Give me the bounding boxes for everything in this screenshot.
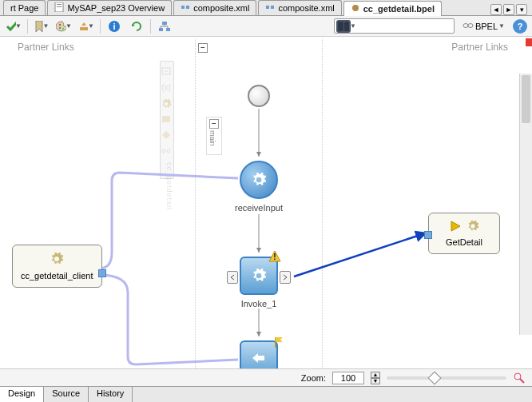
flag-icon [273, 336, 286, 348]
link-icon[interactable] [161, 146, 173, 157]
partner-link-client[interactable]: cc_getdetail_client [12, 245, 102, 288]
tab-nav: ◄ ► ▾ [490, 4, 532, 15]
receive-label: receiveInput [219, 203, 299, 213]
collapse-toggle[interactable]: − [198, 43, 208, 53]
tab-mysap[interactable]: MySAP_sep23 Overview [47, 0, 172, 15]
partner-links-right-label: Partner Links [451, 42, 508, 53]
reply-activity[interactable] [240, 340, 278, 368]
layout-button[interactable] [156, 18, 173, 34]
svg-point-10 [62, 27, 64, 29]
partner-links-left-label: Partner Links [18, 42, 74, 53]
tab-prev-button[interactable]: ◄ [490, 4, 502, 15]
tab-rtpage[interactable]: rt Page [3, 0, 46, 15]
svg-rect-14 [162, 22, 167, 25]
xml-icon [265, 2, 275, 14]
search-dropdown[interactable]: ▼ [350, 22, 356, 30]
event-icon[interactable] [161, 130, 173, 141]
search-box: ▼ [334, 18, 455, 34]
partner-label: GetDetail [446, 237, 482, 247]
palette-button[interactable]: ▼ [55, 18, 73, 34]
tab-history[interactable]: History [89, 387, 133, 402]
zoom-input[interactable] [332, 372, 364, 384]
tab-label: cc_getdetail.bpel [363, 4, 435, 14]
collapse-toggle-icon[interactable] [161, 66, 173, 78]
mini-palette: (x) cc_getdetail [160, 61, 174, 179]
input-port[interactable] [227, 271, 238, 284]
tab-composite2[interactable]: composite.xml [258, 0, 341, 15]
zoom-reset-button[interactable] [513, 372, 526, 384]
svg-rect-6 [271, 6, 274, 9]
canvas[interactable]: Partner Links Partner Links (x) cc_getde… [0, 37, 532, 368]
scope-label: main [208, 130, 216, 146]
design-canvas: Partner Links Partner Links (x) cc_getde… [0, 37, 532, 368]
tab-list-button[interactable]: ▾ [516, 4, 527, 15]
invoke-activity[interactable]: ! [240, 257, 278, 295]
svg-text:(x): (x) [161, 83, 171, 92]
view-label: BPEL [475, 22, 498, 31]
error-marker[interactable] [526, 38, 532, 46]
vertical-scrollbar[interactable] [519, 74, 532, 335]
gear-icon[interactable] [161, 98, 173, 109]
tab-composite1[interactable]: composite.xml [173, 0, 256, 15]
reply-icon [250, 350, 268, 368]
link-icon [463, 22, 474, 31]
play-icon [449, 220, 462, 234]
svg-rect-1 [57, 4, 62, 5]
refresh-button[interactable] [128, 18, 145, 34]
invoke-label: Invoke_1 [219, 299, 299, 308]
file-icon [54, 2, 64, 14]
zoom-label: Zoom: [301, 373, 326, 383]
toolbar: ▼ ▼ ▼ ▼ i ▼ BPEL ▼ ? [0, 16, 532, 37]
tab-label: MySAP_sep23 Overview [67, 3, 165, 13]
svg-rect-5 [266, 6, 269, 9]
help-button[interactable]: ? [513, 19, 527, 34]
editor-tabs: rt Page MySAP_sep23 Overview composite.x… [0, 0, 532, 16]
gear-icon [251, 172, 267, 188]
svg-rect-15 [159, 28, 163, 31]
zoom-slider[interactable] [387, 376, 506, 380]
validate-button[interactable]: ▼ [5, 18, 22, 34]
tab-design[interactable]: Design [0, 387, 44, 402]
tab-source[interactable]: Source [44, 387, 89, 402]
svg-point-9 [59, 26, 61, 28]
gear-icon [466, 220, 479, 234]
gear-icon [50, 252, 64, 268]
zoom-up-button[interactable]: ▲ [371, 372, 380, 378]
bottom-tabs: Design Source History [0, 386, 532, 402]
zoom-down-button[interactable]: ▼ [371, 378, 380, 384]
svg-point-22 [468, 23, 473, 27]
activity-icon[interactable] [161, 114, 173, 125]
svg-rect-16 [166, 28, 170, 31]
port-icon[interactable] [98, 269, 106, 277]
svg-point-35 [514, 373, 521, 380]
svg-point-28 [167, 149, 170, 153]
separator [150, 19, 151, 34]
variable-icon[interactable]: (x) [161, 82, 173, 94]
tab-next-button[interactable]: ► [503, 4, 514, 15]
svg-line-36 [520, 379, 524, 383]
view-menu[interactable]: BPEL ▼ [459, 22, 508, 31]
info-button[interactable]: i [105, 18, 123, 34]
bookmark-button[interactable]: ▼ [33, 18, 50, 34]
gear-icon [251, 268, 267, 284]
start-event[interactable] [248, 85, 270, 107]
port-icon[interactable] [424, 231, 432, 239]
zoom-spinner: ▲ ▼ [371, 372, 380, 384]
warning-icon: ! [268, 250, 281, 263]
partner-label: cc_getdetail_client [21, 271, 93, 281]
svg-text:i: i [113, 22, 115, 31]
output-port[interactable] [280, 271, 291, 284]
svg-point-8 [59, 23, 61, 25]
svg-point-21 [463, 23, 468, 27]
scope-main[interactable]: − main [206, 117, 222, 155]
svg-rect-3 [181, 6, 185, 9]
tab-ccgetdetail[interactable]: cc_getdetail.bpel [343, 1, 442, 16]
search-input[interactable] [356, 22, 452, 31]
receive-activity[interactable] [240, 161, 278, 199]
partner-link-getdetail[interactable]: GetDetail [428, 213, 500, 254]
svg-point-27 [162, 149, 165, 153]
bpel-icon [351, 3, 360, 14]
status-bar: Zoom: ▲ ▼ [0, 368, 532, 386]
deploy-button[interactable]: ▼ [77, 18, 95, 34]
binoculars-icon[interactable] [336, 20, 351, 33]
